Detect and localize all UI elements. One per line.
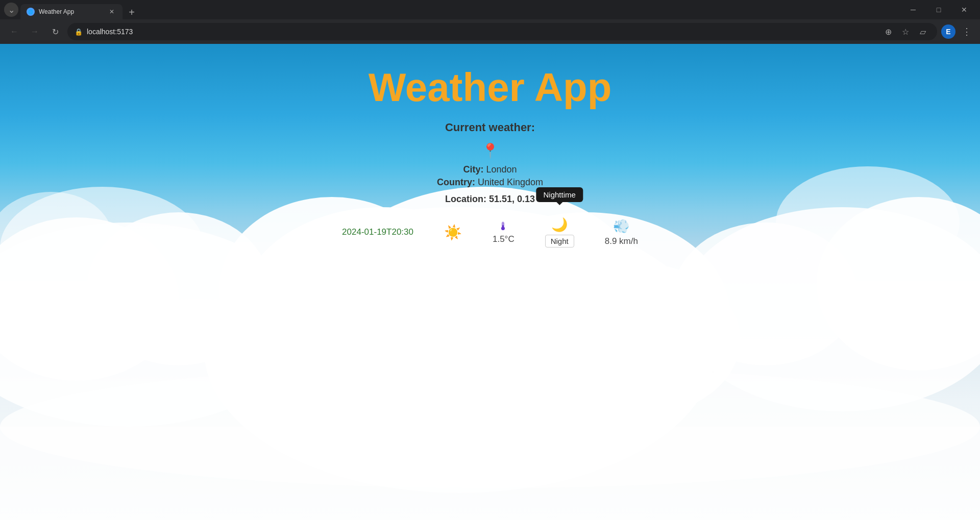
wind-section: 💨 8.9 km/h: [605, 218, 638, 246]
new-tab-button[interactable]: +: [125, 5, 139, 19]
refresh-icon: ↻: [52, 27, 59, 37]
lock-icon: 🔒: [75, 28, 83, 36]
close-window-button[interactable]: ✕: [952, 2, 976, 17]
forward-icon: →: [31, 27, 39, 36]
location-pin-icon: 📍: [481, 142, 499, 159]
wind-speed-value: 8.9 km/h: [605, 236, 638, 246]
forward-button[interactable]: →: [27, 23, 43, 40]
night-section: Nighttime 🌙 Night: [545, 217, 574, 247]
minimize-button[interactable]: ─: [901, 2, 925, 17]
tab-history-button[interactable]: ⌄: [4, 3, 18, 17]
moon-icon: 🌙: [551, 217, 568, 233]
split-view-button[interactable]: ▱: [916, 24, 930, 39]
thermometer-icon: 🌡: [498, 220, 509, 233]
current-weather-label: Current weather:: [445, 121, 535, 134]
window-controls: ─ □ ✕: [901, 2, 976, 17]
app-title: Weather App: [369, 64, 612, 111]
weather-data-row: 2024-01-19T20:30 ☀️ 🌡 1.5°C Nighttime 🌙 …: [342, 217, 638, 247]
sun-icon: ☀️: [444, 224, 462, 241]
maximize-button[interactable]: □: [927, 2, 950, 17]
city-label: City:: [463, 164, 486, 175]
refresh-button[interactable]: ↻: [47, 23, 63, 40]
city-value-text: London: [486, 164, 517, 175]
back-icon: ←: [10, 27, 18, 36]
address-text: localhost:5173: [87, 28, 877, 36]
chevron-down-icon: ⌄: [8, 5, 15, 15]
temperature-section: 🌡 1.5°C: [493, 220, 514, 244]
datetime-value: 2024-01-19T20:30: [342, 227, 413, 237]
back-button[interactable]: ←: [6, 23, 22, 40]
address-bar: ← → ↻ 🔒 localhost:5173 ⊕ ☆ ▱ E ⋮: [0, 19, 980, 44]
page-content: Weather App Current weather: 📍 City: Lon…: [0, 44, 980, 520]
tab-list: 🌐 Weather App ✕ +: [20, 0, 901, 19]
address-actions: ⊕ ☆ ▱: [881, 24, 930, 39]
bookmark-button[interactable]: ☆: [898, 24, 913, 39]
temperature-value: 1.5°C: [493, 234, 514, 244]
favicon-letter: 🌐: [28, 10, 33, 14]
browser-chrome: ⌄ 🌐 Weather App ✕ + ─ □ ✕ ← → ↻: [0, 0, 980, 44]
browser-menu-button[interactable]: ⋮: [960, 24, 974, 39]
night-badge: Night: [545, 235, 574, 247]
wind-icon: 💨: [613, 218, 629, 234]
address-input-wrapper[interactable]: 🔒 localhost:5173 ⊕ ☆ ▱: [67, 23, 937, 40]
city-country-section: City: London Country: United Kingdom: [437, 164, 543, 190]
split-icon: ▱: [920, 27, 926, 37]
country-line: Country: United Kingdom: [437, 177, 543, 188]
city-line: City: London: [437, 164, 543, 175]
profile-avatar[interactable]: E: [941, 24, 955, 39]
weather-content-container: Weather App Current weather: 📍 City: Lon…: [0, 44, 980, 520]
tab-favicon: 🌐: [27, 8, 35, 16]
location-coords: Location: 51.51, 0.13: [445, 194, 535, 205]
tab-bar: ⌄ 🌐 Weather App ✕ + ─ □ ✕: [0, 0, 980, 19]
tab-title: Weather App: [39, 8, 103, 15]
star-icon: ☆: [902, 27, 909, 37]
country-label: Country:: [437, 177, 478, 187]
active-tab[interactable]: 🌐 Weather App ✕: [20, 4, 122, 19]
nighttime-tooltip: Nighttime: [536, 187, 583, 202]
location-button[interactable]: ⊕: [881, 24, 895, 39]
country-value-text: United Kingdom: [478, 177, 543, 187]
location-icon: ⊕: [885, 27, 892, 37]
tab-close-button[interactable]: ✕: [107, 7, 116, 16]
